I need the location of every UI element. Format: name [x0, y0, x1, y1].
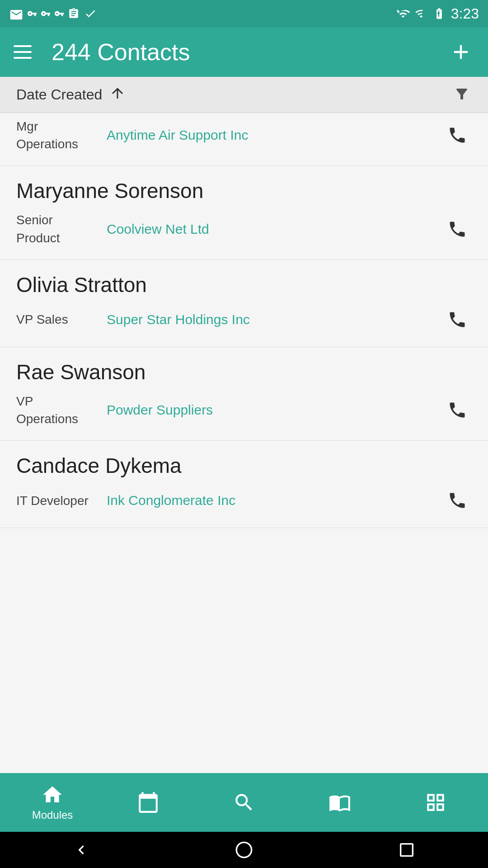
phone-icon-maryanne	[447, 219, 467, 239]
contact-item-candace[interactable]: Candace Dykema IT Developer Ink Conglome…	[0, 441, 488, 528]
contacts-list: Mgr Operations Anytime Air Support Inc M…	[0, 113, 488, 773]
sort-arrow-icon[interactable]	[109, 85, 126, 105]
phone-button-maryanne[interactable]	[443, 215, 472, 244]
contact-details-rae: VP Operations Powder Suppliers	[16, 392, 472, 428]
mail-icon	[9, 7, 23, 20]
clipboard-icon	[68, 7, 80, 20]
filter-icon	[452, 86, 472, 102]
contact-role-rae: VP Operations	[16, 392, 98, 428]
nav-item-modules[interactable]: Modules	[12, 783, 93, 821]
hamburger-line-1	[14, 45, 32, 47]
contact-company-rae: Powder Suppliers	[107, 402, 443, 418]
key-icon-2	[41, 7, 51, 20]
contact-company-candace: Ink Conglomerate Inc	[107, 493, 443, 508]
phone-icon-rae	[447, 400, 467, 420]
back-button[interactable]	[68, 836, 95, 863]
wifi-icon	[395, 7, 411, 20]
grid-icon	[424, 791, 447, 814]
bottom-nav: Modules	[0, 773, 488, 832]
contact-item-maryanne[interactable]: Maryanne Sorenson Senior Product Coolvie…	[0, 166, 488, 259]
contact-company-maryanne: Coolview Net Ltd	[107, 222, 443, 237]
nav-item-book[interactable]	[299, 791, 380, 814]
filter-button[interactable]	[452, 86, 472, 104]
status-time: 3:23	[451, 5, 479, 22]
nav-item-search[interactable]	[203, 791, 285, 814]
contact-details-candace: IT Developer Ink Conglomerate Inc	[16, 486, 472, 515]
hamburger-button[interactable]	[14, 38, 41, 66]
contact-details-partial: Mgr Operations Anytime Air Support Inc	[16, 118, 472, 153]
app-title: 244 Contacts	[52, 38, 447, 66]
plus-icon	[449, 40, 473, 64]
contact-role-candace: IT Developer	[16, 492, 98, 509]
contact-details-maryanne: Senior Product Coolview Net Ltd	[16, 211, 472, 246]
contact-role-olivia: VP Sales	[16, 311, 98, 328]
search-icon	[233, 791, 255, 814]
hamburger-line-2	[14, 51, 32, 53]
phone-icon-candace	[447, 491, 467, 510]
contact-company-partial: Anytime Air Support Inc	[107, 127, 443, 143]
phone-icon-partial	[447, 125, 467, 145]
phone-button-rae[interactable]	[443, 396, 472, 425]
contact-name-olivia: Olivia Stratton	[16, 273, 472, 297]
hamburger-line-3	[14, 57, 32, 59]
status-left-icons	[9, 7, 98, 20]
contact-item-partial[interactable]: Mgr Operations Anytime Air Support Inc	[0, 113, 488, 166]
battery-icon	[431, 7, 447, 20]
done-icon	[83, 7, 98, 20]
phone-button-olivia[interactable]	[443, 305, 472, 334]
circle-icon	[235, 841, 253, 859]
phone-button-candace[interactable]	[443, 486, 472, 515]
nav-item-grid[interactable]	[395, 791, 476, 814]
home-button[interactable]	[230, 836, 258, 863]
signal-icon	[415, 7, 427, 20]
status-right-icons: 3:23	[395, 5, 479, 22]
key-icon-3	[54, 7, 64, 20]
contact-name-candace: Candace Dykema	[16, 453, 472, 478]
contact-role-partial: Mgr Operations	[16, 118, 98, 153]
contact-item-rae[interactable]: Rae Swanson VP Operations Powder Supplie…	[0, 347, 488, 441]
app-bar: 244 Contacts	[0, 27, 488, 77]
svg-point-0	[236, 842, 251, 857]
arrow-up-icon	[109, 85, 126, 101]
contact-name-maryanne: Maryanne Sorenson	[16, 179, 472, 203]
sort-label: Date Created	[16, 86, 102, 103]
contact-details-olivia: VP Sales Super Star Holdings Inc	[16, 305, 472, 334]
back-icon	[72, 841, 90, 859]
contact-item-olivia[interactable]: Olivia Stratton VP Sales Super Star Hold…	[0, 260, 488, 347]
home-icon	[41, 783, 64, 806]
recents-icon	[398, 841, 416, 859]
status-bar: 3:23	[0, 0, 488, 27]
contact-company-olivia: Super Star Holdings Inc	[107, 312, 443, 327]
phone-icon-olivia	[447, 310, 467, 330]
nav-label-modules: Modules	[32, 809, 73, 821]
svg-rect-1	[401, 844, 413, 856]
add-contact-button[interactable]	[447, 38, 474, 66]
contact-name-rae: Rae Swanson	[16, 360, 472, 384]
recents-button[interactable]	[393, 836, 420, 863]
phone-button-partial[interactable]	[443, 121, 472, 150]
book-icon	[328, 791, 351, 814]
contact-role-maryanne: Senior Product	[16, 211, 98, 246]
nav-item-calendar[interactable]	[108, 791, 189, 814]
sort-bar[interactable]: Date Created	[0, 77, 488, 113]
android-nav-bar	[0, 832, 488, 868]
key-icon-1	[27, 7, 37, 20]
calendar-icon	[137, 791, 160, 814]
